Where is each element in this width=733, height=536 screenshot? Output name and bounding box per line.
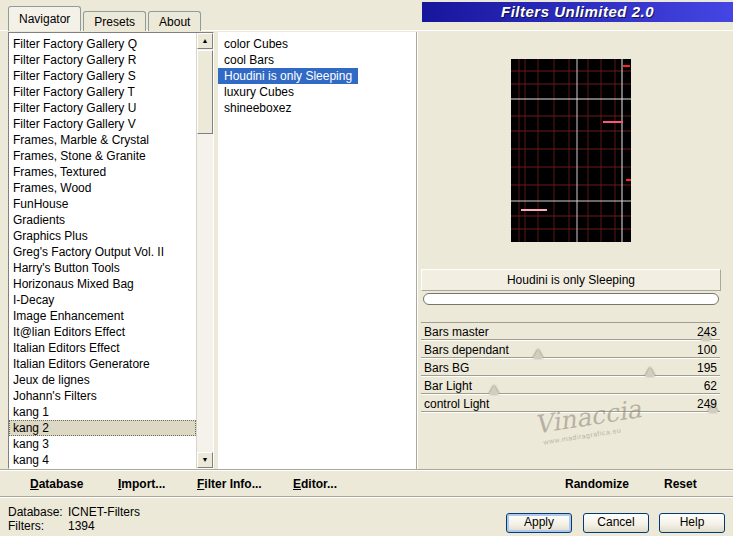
slider-row: control Light249	[421, 395, 720, 413]
apply-button[interactable]: Apply	[506, 513, 572, 533]
slider-label: Bars master	[424, 325, 489, 339]
database-status-label: Database:	[8, 505, 63, 519]
slider-value: 62	[704, 379, 717, 393]
progress-bar	[423, 293, 719, 305]
category-list: Filter Factory Gallery QFilter Factory G…	[9, 33, 196, 468]
category-item[interactable]: kang 1	[9, 404, 196, 420]
category-item[interactable]: Italian Editors Generatore	[9, 356, 196, 372]
filter-item[interactable]: luxury Cubes	[218, 84, 416, 100]
filter-item[interactable]: cool Bars	[218, 52, 416, 68]
selected-filter-name: Houdini is only Sleeping	[421, 269, 721, 291]
toolbar: Database Import... Filter Info... Editor…	[0, 470, 733, 497]
category-item[interactable]: Jeux de lignes	[9, 372, 196, 388]
category-item[interactable]: Filter Factory Gallery T	[9, 84, 196, 100]
filters-count-value: 1394	[68, 519, 95, 533]
category-item[interactable]: Filter Factory Gallery S	[9, 68, 196, 84]
slider-track[interactable]	[421, 357, 720, 358]
panel-divider	[416, 32, 418, 469]
slider-thumb[interactable]	[533, 349, 543, 358]
filter-list: color Cubescool BarsHoudini is only Slee…	[218, 32, 416, 469]
category-item[interactable]: Frames, Stone & Granite	[9, 148, 196, 164]
database-status-value: ICNET-Filters	[68, 505, 140, 519]
category-item[interactable]: FunHouse	[9, 196, 196, 212]
slider-row: Bars master243	[421, 323, 720, 341]
slider-value: 100	[697, 343, 717, 357]
slider-row: Bars BG195	[421, 359, 720, 377]
slider-label: control Light	[424, 397, 489, 411]
category-item[interactable]: Frames, Wood	[9, 180, 196, 196]
category-item[interactable]: kang 4	[9, 452, 196, 468]
slider-value: 195	[697, 361, 717, 375]
slider-track[interactable]	[421, 339, 720, 340]
slider-track[interactable]	[421, 393, 720, 394]
category-item[interactable]: Filter Factory Gallery R	[9, 52, 196, 68]
slider-thumb[interactable]	[645, 367, 655, 376]
editor-button[interactable]: Editor...	[293, 477, 337, 491]
filters-unlimited-dialog: Navigator Presets About Filters Unlimite…	[0, 0, 733, 536]
category-item[interactable]: Harry's Button Tools	[9, 260, 196, 276]
preview-image	[511, 59, 631, 242]
scroll-down-icon[interactable]: ▼	[197, 452, 213, 468]
category-item[interactable]: Frames, Marble & Crystal	[9, 132, 196, 148]
category-item[interactable]: kang 3	[9, 436, 196, 452]
app-title-banner: Filters Unlimited 2.0	[422, 2, 733, 22]
category-item[interactable]: It@lian Editors Effect	[9, 324, 196, 340]
category-item[interactable]: Frames, Textured	[9, 164, 196, 180]
help-button[interactable]: Help	[659, 513, 725, 533]
category-item[interactable]: Filter Factory Gallery Q	[9, 36, 196, 52]
category-item[interactable]: Greg's Factory Output Vol. II	[9, 244, 196, 260]
tab-navigator[interactable]: Navigator	[8, 6, 81, 31]
category-item[interactable]: Johann's Filters	[9, 388, 196, 404]
category-item[interactable]: Graphics Plus	[9, 228, 196, 244]
slider-row: Bar Light62	[421, 377, 720, 395]
category-item[interactable]: Image Enhancement	[9, 308, 196, 324]
database-button[interactable]: Database	[30, 477, 83, 491]
category-scrollbar[interactable]: ▲ ▼	[196, 33, 213, 468]
category-listbox: Filter Factory Gallery QFilter Factory G…	[8, 32, 214, 469]
slider-value: 249	[697, 397, 717, 411]
slider-value: 243	[697, 325, 717, 339]
watermark-url: www.madiragrafica.eu	[543, 410, 726, 446]
slider-track[interactable]	[421, 411, 720, 412]
category-item[interactable]: kang 2	[9, 420, 196, 436]
tab-about[interactable]: About	[148, 11, 201, 31]
import-button[interactable]: Import...	[118, 477, 165, 491]
slider-thumb[interactable]	[489, 385, 499, 394]
filters-count-label: Filters:	[8, 519, 44, 533]
filter-item[interactable]: color Cubes	[218, 36, 416, 52]
scrollbar-thumb[interactable]	[197, 50, 213, 134]
filter-item[interactable]: shineeboxez	[218, 100, 416, 116]
category-item[interactable]: Italian Editors Effect	[9, 340, 196, 356]
category-item[interactable]: Filter Factory Gallery V	[9, 116, 196, 132]
slider-rows: Bars master243Bars dependant100Bars BG19…	[421, 322, 720, 413]
slider-label: Bars BG	[424, 361, 469, 375]
cancel-button[interactable]: Cancel	[583, 513, 649, 533]
slider-row: Bars dependant100	[421, 341, 720, 359]
category-item[interactable]: Gradients	[9, 212, 196, 228]
slider-track[interactable]	[421, 375, 720, 376]
filter-info-button[interactable]: Filter Info...	[197, 477, 262, 491]
slider-label: Bar Light	[424, 379, 472, 393]
tab-presets[interactable]: Presets	[83, 11, 146, 31]
category-item[interactable]: I-Decay	[9, 292, 196, 308]
category-item[interactable]: Horizonaus Mixed Bag	[9, 276, 196, 292]
category-item[interactable]: Filter Factory Gallery U	[9, 100, 196, 116]
randomize-button[interactable]: Randomize	[565, 477, 629, 491]
tab-bar: Navigator Presets About	[8, 6, 201, 31]
preview-grid-art	[511, 59, 631, 242]
scroll-up-icon[interactable]: ▲	[197, 33, 213, 49]
filter-item[interactable]: Houdini is only Sleeping	[218, 68, 358, 84]
reset-button[interactable]: Reset	[664, 477, 697, 491]
slider-label: Bars dependant	[424, 343, 509, 357]
